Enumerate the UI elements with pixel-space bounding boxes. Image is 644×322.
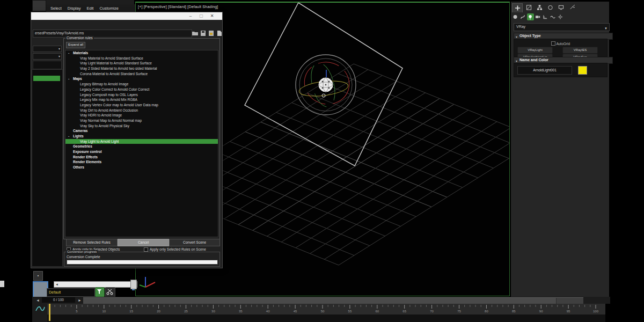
maximize-icon[interactable]: ▢ — [198, 13, 204, 19]
rule-row[interactable]: Corona Material to Arnold Standard Surfa… — [65, 71, 218, 77]
category-geometry[interactable] — [512, 13, 519, 20]
timeline-ruler[interactable]: 5101520253035404550556065707580859095100 — [47, 304, 605, 314]
rule-label: Vray Light Material to Arnold Standard S… — [80, 61, 152, 65]
minimize-icon[interactable]: – — [187, 13, 194, 19]
rollout-name-color-body: ArnoldLight001 — [514, 63, 608, 77]
vraylight-button[interactable]: VRayLight — [517, 47, 553, 54]
menu-select[interactable]: Select — [50, 6, 62, 11]
svg-text:65: 65 — [402, 310, 406, 313]
dialog-titlebar[interactable]: – ▢ ✕ — [31, 12, 222, 20]
save-as-icon[interactable] — [208, 30, 215, 36]
default-name-field[interactable]: Default — [47, 288, 95, 297]
mini-dash — [132, 289, 135, 290]
category-helpers[interactable] — [542, 13, 549, 20]
scrollbar-end-button[interactable] — [130, 280, 137, 289]
next-frame-icon[interactable]: ► — [77, 298, 82, 303]
preset-path-field[interactable]: ersedPresets/Vray/ToArnold.ms — [33, 30, 192, 38]
convert-scene-button[interactable]: Convert Scene — [169, 239, 220, 246]
svg-text:35: 35 — [239, 310, 243, 313]
previous-frame-icon[interactable]: ◄ — [35, 298, 40, 303]
cancel-button[interactable]: Cancel — [118, 239, 169, 246]
svg-text:80: 80 — [485, 310, 488, 313]
save-icon[interactable] — [200, 30, 207, 36]
preset-combo-2[interactable]: ▾ — [33, 53, 62, 60]
rules-tree[interactable]: -MaterialsVray Material to Arnold Standa… — [65, 50, 218, 237]
trackbar-scrollbar-cap[interactable] — [556, 298, 583, 304]
rule-group-row[interactable]: Others — [65, 165, 218, 170]
rule-row[interactable]: Vray Light Material to Arnold Standard S… — [65, 61, 218, 66]
rule-row[interactable]: Vray Material to Arnold Standard Surface — [65, 56, 218, 61]
rule-row[interactable]: Vray Light to Arnold Light — [65, 139, 218, 144]
rule-label: Vray Normal Map to Arnold Normal map — [80, 119, 142, 122]
menu-display[interactable]: Display — [68, 6, 81, 11]
rule-row[interactable]: Legacy Vertex Color map to Arnold User D… — [65, 103, 218, 108]
play-button[interactable]: ▪ — [33, 271, 43, 281]
rule-group-row[interactable]: Cameras — [65, 128, 218, 134]
progress-bar-fill — [67, 260, 217, 264]
panel-tab-hierarchy-tab[interactable] — [535, 3, 544, 12]
autogrid-checkbox[interactable]: AutoGrid — [514, 41, 607, 46]
rule-row[interactable]: Vray 2 Sided Material to Arnold two side… — [65, 66, 218, 71]
swatch-box[interactable] — [33, 281, 48, 298]
panel-tab-create-tab[interactable] — [512, 3, 523, 12]
rule-row[interactable]: Legacy Color Correct to Arnold Color Cor… — [65, 87, 218, 92]
preset-combo-1[interactable]: ▾ — [33, 46, 62, 52]
time-slider[interactable] — [49, 304, 50, 321]
rule-row[interactable]: Legacy Bitmap to Arnold Image — [65, 82, 218, 87]
rule-row[interactable]: Vray Dirt to Arnold Ambient Occlusion — [65, 108, 218, 113]
close-icon[interactable]: ✕ — [209, 13, 215, 19]
panel-tab-display-tab[interactable] — [556, 3, 566, 12]
trackbar-scrollbar[interactable] — [83, 297, 583, 304]
tool-button[interactable] — [105, 287, 115, 297]
rule-group-row[interactable]: Render Effects — [65, 155, 218, 160]
open-icon[interactable] — [192, 30, 199, 36]
vrayies-button[interactable]: VRayIES — [562, 47, 598, 54]
geometry-icon — [513, 14, 518, 20]
menu-customize[interactable]: Customize — [99, 6, 118, 11]
apply-selected-rules-checkbox[interactable]: Apply only Selected Rules on Scene — [144, 247, 206, 252]
svg-text:50: 50 — [321, 310, 325, 313]
toolbar-button[interactable] — [32, 0, 46, 11]
remove-selected-rules-button[interactable]: Remove Selected Rules — [66, 239, 118, 246]
rule-label: Lights — [73, 134, 84, 138]
object-category-dropdown[interactable]: VRay ▼ — [514, 23, 610, 31]
object-name-field[interactable]: ArnoldLight001 — [517, 66, 572, 75]
panel-tab-modify-tab[interactable] — [524, 3, 533, 12]
panel-tab-motion-tab[interactable] — [545, 3, 555, 12]
rule-row[interactable]: Vray Sky to Arnold Physical Sky — [65, 123, 218, 129]
cameras-icon — [535, 14, 541, 20]
rule-group-row[interactable]: Render Elements — [65, 159, 218, 165]
expander-icon[interactable]: - — [68, 134, 69, 139]
object-color-swatch[interactable] — [578, 66, 587, 75]
expander-icon[interactable]: - — [68, 50, 69, 56]
rule-row[interactable]: Legacy Composit map to OSL Layers — [65, 92, 218, 98]
category-systems[interactable] — [557, 13, 564, 20]
category-lights[interactable] — [527, 13, 534, 20]
rule-group-row[interactable]: -Materials — [65, 50, 218, 56]
menu-edit[interactable]: Edit — [86, 6, 93, 11]
expander-icon[interactable]: - — [68, 76, 69, 82]
command-panel-tabs — [512, 3, 576, 12]
scissors-icon — [106, 288, 114, 296]
rule-row[interactable]: Vray Normal Map to Arnold Normal map — [65, 118, 218, 123]
preset-list[interactable] — [32, 69, 63, 267]
preset-list-selected-item[interactable] — [33, 76, 60, 81]
category-cameras[interactable] — [535, 13, 541, 20]
filter-button[interactable] — [95, 287, 105, 297]
expand-all-button[interactable]: Expand all — [66, 42, 85, 48]
menu-bar: SelectDisplayEditCustomize — [46, 4, 138, 12]
rule-row[interactable]: Vray HDRI to Arnold Image — [65, 113, 218, 118]
mini-curve-editor-icon[interactable] — [35, 305, 46, 312]
trackbar-area[interactable] — [47, 314, 605, 322]
new-icon[interactable] — [216, 30, 223, 36]
rule-row[interactable]: Legacy Mix map to Arnold Mix RGBA — [65, 97, 218, 103]
panel-tab-utilities-tab[interactable] — [567, 3, 576, 12]
scroll-left-icon[interactable]: ◄ — [55, 282, 58, 287]
category-spacewarps[interactable] — [550, 13, 557, 20]
progress-status-text: Conversion Complete — [67, 255, 100, 259]
rule-group-row[interactable]: -Lights — [65, 134, 218, 139]
rule-group-row[interactable]: -Maps — [65, 76, 218, 82]
rule-group-row[interactable]: Geometries — [65, 144, 218, 149]
category-shapes[interactable] — [519, 13, 526, 20]
rule-group-row[interactable]: Exposure control — [65, 149, 218, 155]
